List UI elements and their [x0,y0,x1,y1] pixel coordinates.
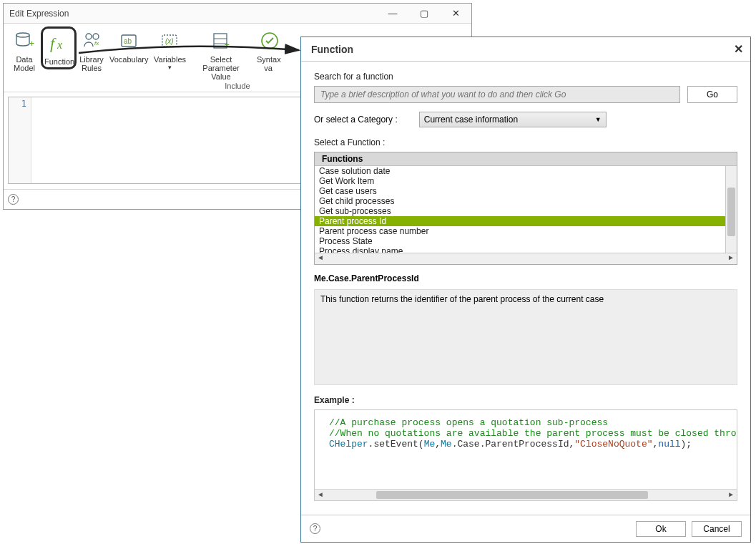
function-row[interactable]: Get child processes [315,196,725,206]
function-dialog: Function ✕ Search for a function Go Or s… [300,37,751,543]
maximize-icon[interactable]: ▢ [408,4,440,24]
help-icon[interactable]: ? [310,523,320,534]
search-label: Search for a function [314,72,737,82]
example-token: Me [424,439,436,450]
edit-titlebar: Edit Expression — ▢ ✕ [4,4,471,24]
example-scrollbar[interactable]: ◄► [315,489,737,500]
function-row[interactable]: Parent process Id [315,216,725,226]
vocabulary-icon: ab [116,28,142,54]
go-button[interactable]: Go [687,86,737,103]
ribbon-label: Syntax [257,55,280,64]
ribbon-label: Function [44,57,73,66]
function-row[interactable]: Get Work Item [315,176,725,186]
ribbon-variables[interactable]: (x) Variables ▾ [151,26,188,72]
vertical-scrollbar[interactable] [725,166,737,253]
svg-text:x: x [57,39,62,51]
function-row[interactable]: Get case users [315,186,725,196]
fx-icon: f x [46,30,72,56]
category-value: Current case information [424,115,518,125]
editor-gutter: 1 [9,97,31,183]
ribbon-label: Vocabulary [109,55,148,64]
svg-text:+: + [225,40,230,50]
function-signature: Me.Case.ParentProcessId [314,273,737,283]
function-footer: ? Ok Cancel [301,515,750,542]
example-token: ); [681,439,692,450]
ok-button[interactable]: Ok [636,521,686,537]
help-icon[interactable]: ? [8,194,19,205]
ribbon-label: Select Parameter [191,55,251,72]
function-list: Functions Case solution dateGet Work Ite… [314,152,737,265]
function-row[interactable]: Case solution date [315,166,725,176]
svg-point-4 [86,34,92,39]
ribbon-label2: ▾ [154,64,185,71]
ribbon-label: Library [79,55,104,64]
search-input[interactable] [314,86,680,103]
example-line: //When no quotations are available the p… [329,428,737,439]
line-number: 1 [9,99,26,109]
svg-text:ab: ab [124,37,132,45]
ribbon-label: Variables [154,55,185,64]
function-row[interactable]: Parent process case number [315,226,725,236]
example-token: .setEvent( [368,439,424,450]
svg-text:(x): (x) [165,37,174,45]
example-token: "CloseNoQuote" [574,439,652,450]
horizontal-scrollbar[interactable]: ◄► [315,253,737,264]
cancel-button[interactable]: Cancel [692,521,742,537]
svg-point-0 [16,33,29,37]
ribbon-label: Data [11,55,38,64]
function-row[interactable]: Process State [315,236,725,246]
example-token: null [658,439,680,450]
category-label: Or select a Category : [314,115,398,125]
ribbon-function[interactable]: f x Function [41,26,77,69]
select-function-label: Select a Function : [314,137,737,147]
ribbon-label2: va [257,64,280,72]
ribbon-vocabulary[interactable]: ab Vocabulary [107,26,151,65]
example-label: Example : [314,395,737,405]
variables-icon: (x) [157,28,182,54]
svg-text:f: f [50,34,57,52]
database-icon: + [11,28,37,54]
ribbon-data-model[interactable]: + Data Model [8,26,41,74]
ribbon-label2: Rules [79,64,104,72]
example-token: .Case.ParentProcessId, [452,439,575,450]
ribbon-label2: Value [191,72,251,81]
check-icon [257,28,283,54]
ribbon-library-rules[interactable]: fx Library Rules [77,26,107,74]
close-icon[interactable]: ✕ [440,4,471,24]
function-list-header: Functions [315,152,737,166]
function-row[interactable]: Get sub-processes [315,206,725,216]
function-description: This function returns the identifier of … [314,289,737,385]
ribbon-select-parameter[interactable]: + Select Parameter Value [188,26,254,82]
ribbon-syntax[interactable]: Syntax va [254,26,283,74]
people-icon: fx [79,28,105,54]
svg-text:fx: fx [94,40,99,47]
svg-text:+: + [29,39,34,49]
example-line: //A purchase process opens a quotation s… [329,417,608,428]
example-token: , [435,439,441,450]
function-title: Function [311,44,353,55]
grid-icon: + [208,28,234,54]
edit-title: Edit Expression [9,9,69,19]
close-icon[interactable]: ✕ [734,42,743,56]
example-box: //A purchase process opens a quotation s… [314,409,737,501]
svg-point-5 [93,34,99,39]
minimize-icon[interactable]: — [377,4,408,24]
category-select[interactable]: Current case information ▼ [419,112,607,127]
chevron-down-icon: ▼ [595,116,602,123]
ribbon-label2: Model [11,64,38,72]
function-titlebar: Function ✕ [301,37,750,62]
example-token: CHelper [329,439,368,450]
example-token: Me [441,439,452,450]
